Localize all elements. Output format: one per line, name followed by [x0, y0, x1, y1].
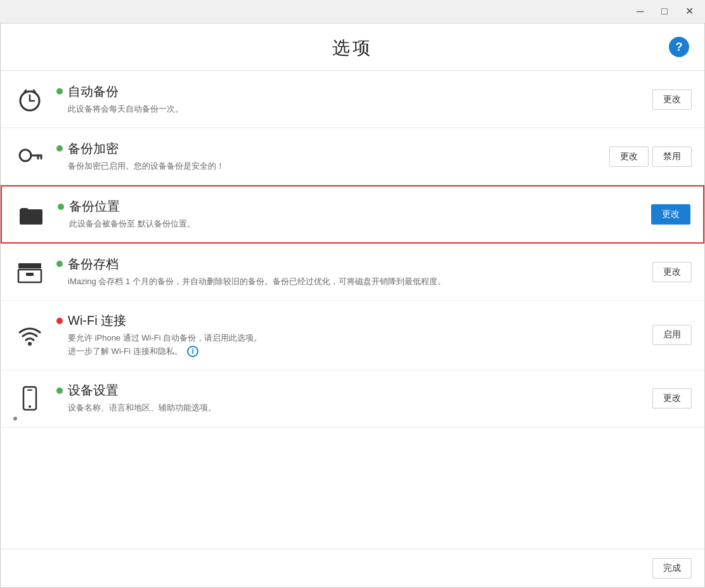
phone-icon — [13, 382, 46, 415]
backup-encrypt-change-button[interactable]: 更改 — [609, 147, 649, 167]
device-settings-body: 设备设置 设备名称、语言和地区、辅助功能选项。 — [56, 382, 642, 415]
wifi-body: Wi-Fi 连接 要允许 iPhone 通过 Wi-Fi 自动备份，请启用此选项… — [56, 312, 642, 358]
status-dot-device-settings — [56, 388, 63, 394]
device-settings-name: 设备设置 — [68, 382, 119, 399]
option-item-wifi: Wi-Fi 连接 要允许 iPhone 通过 Wi-Fi 自动备份，请启用此选项… — [1, 301, 704, 370]
option-item-backup-encrypt: 备份加密 备份加密已启用。您的设备备份是安全的！ 更改 禁用 — [1, 128, 704, 185]
footer: 完成 — [1, 549, 704, 587]
status-dot-backup-archive — [56, 261, 63, 267]
close-button[interactable]: ✕ — [682, 5, 697, 18]
backup-archive-actions: 更改 — [652, 262, 692, 282]
backup-location-actions: 更改 — [651, 204, 690, 225]
key-icon — [13, 140, 46, 173]
svg-rect-12 — [26, 273, 34, 276]
status-dot-auto-backup — [56, 88, 63, 95]
wifi-name: Wi-Fi 连接 — [68, 312, 126, 329]
auto-backup-name: 自动备份 — [68, 83, 119, 100]
backup-encrypt-name: 备份加密 — [68, 140, 119, 157]
bottom-dot — [13, 417, 17, 421]
done-button[interactable]: 完成 — [652, 558, 692, 578]
backup-location-desc: 此设备会被备份至 默认备份位置。 — [58, 218, 641, 231]
window-content: 选项 ? 自动备份 — [0, 23, 705, 588]
device-settings-actions: 更改 — [652, 388, 692, 408]
backup-archive-name: 备份存档 — [68, 256, 119, 273]
svg-point-5 — [20, 150, 31, 161]
items-container[interactable]: 自动备份 此设备将会每天自动备份一次。 更改 — [1, 71, 704, 549]
minimize-button[interactable]: ─ — [633, 5, 647, 18]
svg-rect-10 — [18, 263, 41, 268]
maximize-button[interactable]: □ — [657, 5, 671, 18]
option-item-auto-backup: 自动备份 此设备将会每天自动备份一次。 更改 — [1, 71, 704, 128]
backup-encrypt-disable-button[interactable]: 禁用 — [652, 147, 692, 167]
backup-archive-desc: iMazing 会存档 1 个月的备份，并自动删除较旧的备份。备份已经过优化，可… — [56, 275, 642, 289]
device-settings-desc: 设备名称、语言和地区、辅助功能选项。 — [56, 402, 642, 415]
backup-encrypt-actions: 更改 禁用 — [609, 147, 692, 167]
backup-archive-change-button[interactable]: 更改 — [652, 262, 692, 282]
option-item-device-settings: 设备设置 设备名称、语言和地区、辅助功能选项。 更改 — [1, 370, 704, 428]
auto-backup-actions: 更改 — [652, 89, 692, 110]
title-bar: ─ □ ✕ — [0, 0, 705, 23]
svg-point-13 — [28, 342, 32, 346]
info-icon[interactable]: i — [187, 346, 198, 357]
status-dot-backup-location — [58, 204, 64, 210]
svg-point-16 — [29, 405, 31, 408]
status-dot-backup-encrypt — [56, 145, 63, 152]
clock-icon — [13, 83, 46, 116]
auto-backup-desc: 此设备将会每天自动备份一次。 — [56, 103, 642, 116]
help-button[interactable]: ? — [669, 37, 689, 57]
backup-encrypt-desc: 备份加密已启用。您的设备备份是安全的！ — [56, 160, 599, 173]
wifi-actions: 启用 — [652, 325, 692, 345]
page-title: 选项 — [332, 36, 373, 60]
option-item-backup-archive: 备份存档 iMazing 会存档 1 个月的备份，并自动删除较旧的备份。备份已经… — [1, 244, 704, 301]
auto-backup-body: 自动备份 此设备将会每天自动备份一次。 — [56, 83, 642, 116]
auto-backup-change-button[interactable]: 更改 — [652, 89, 692, 110]
option-item-backup-location: 备份位置 此设备会被备份至 默认备份位置。 更改 — [1, 185, 704, 244]
backup-location-change-button[interactable]: 更改 — [651, 204, 690, 225]
wifi-icon — [13, 318, 46, 351]
status-dot-wifi — [56, 318, 63, 324]
device-settings-change-button[interactable]: 更改 — [652, 388, 692, 408]
backup-location-name: 备份位置 — [69, 198, 120, 215]
svg-rect-9 — [20, 209, 42, 225]
folder-icon — [15, 198, 48, 231]
wifi-desc: 要允许 iPhone 通过 Wi-Fi 自动备份，请启用此选项。 进一步了解 W… — [56, 332, 642, 358]
wifi-enable-button[interactable]: 启用 — [652, 325, 692, 345]
backup-location-body: 备份位置 此设备会被备份至 默认备份位置。 — [58, 198, 641, 231]
header: 选项 ? — [1, 23, 704, 71]
backup-encrypt-body: 备份加密 备份加密已启用。您的设备备份是安全的！ — [56, 140, 599, 173]
scroll-area: 自动备份 此设备将会每天自动备份一次。 更改 — [1, 71, 704, 549]
backup-archive-body: 备份存档 iMazing 会存档 1 个月的备份，并自动删除较旧的备份。备份已经… — [56, 256, 642, 289]
archive-icon — [13, 256, 46, 289]
